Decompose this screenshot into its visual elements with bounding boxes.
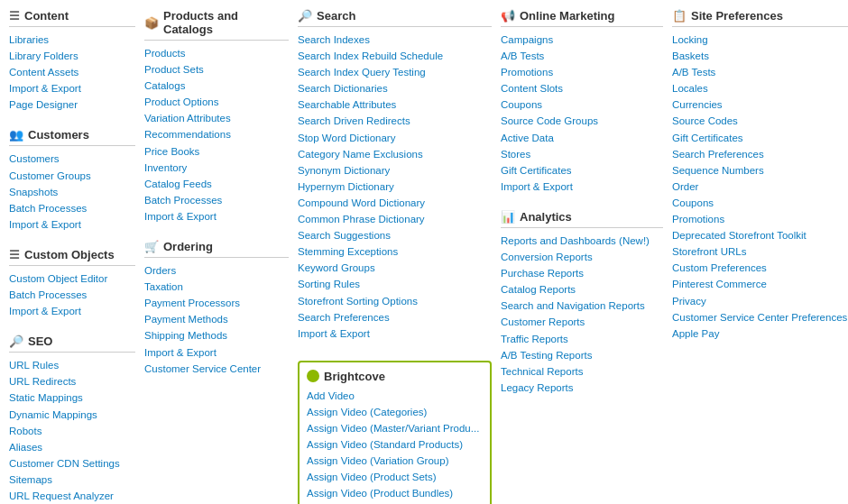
link-payment-processors[interactable]: Payment Processors xyxy=(144,296,289,310)
link-search-dictionaries[interactable]: Search Dictionaries xyxy=(298,81,492,96)
link-import-export[interactable]: Import & Export xyxy=(298,326,492,341)
link-import-export[interactable]: Import & Export xyxy=(9,217,135,232)
link-taxation[interactable]: Taxation xyxy=(144,279,289,294)
link-sequence-numbers[interactable]: Sequence Numbers xyxy=(672,163,848,178)
link-price-books[interactable]: Price Books xyxy=(144,144,289,159)
link-custom-object-editor[interactable]: Custom Object Editor xyxy=(9,271,135,286)
link-custom-preferences[interactable]: Custom Preferences xyxy=(672,261,848,275)
link-product-sets[interactable]: Product Sets xyxy=(144,62,289,77)
link-a-b-tests[interactable]: A/B Tests xyxy=(672,65,848,79)
link-searchable-attributes[interactable]: Searchable Attributes xyxy=(298,97,492,112)
link-search-preferences[interactable]: Search Preferences xyxy=(672,147,848,161)
link-common-phrase-dictionary[interactable]: Common Phrase Dictionary xyxy=(298,212,492,226)
link-shipping-methods[interactable]: Shipping Methods xyxy=(144,328,289,343)
link-coupons[interactable]: Coupons xyxy=(501,97,663,112)
link-gift-certificates[interactable]: Gift Certificates xyxy=(672,131,848,145)
link-inventory[interactable]: Inventory xyxy=(144,160,289,175)
link-storefront-sorting-options[interactable]: Storefront Sorting Options xyxy=(298,294,492,308)
link-variation-attributes[interactable]: Variation Attributes xyxy=(144,111,289,125)
brightcove-link-add-video[interactable]: Add Video xyxy=(307,389,483,403)
link-synonym-dictionary[interactable]: Synonym Dictionary xyxy=(298,163,492,178)
link-search-and-navigation-reports[interactable]: Search and Navigation Reports xyxy=(501,298,663,313)
link-catalog-feeds[interactable]: Catalog Feeds xyxy=(144,177,289,191)
link-content-slots[interactable]: Content Slots xyxy=(501,81,663,96)
link-search-preferences[interactable]: Search Preferences xyxy=(298,310,492,325)
link-conversion-reports[interactable]: Conversion Reports xyxy=(501,250,663,264)
link-customer-service-center[interactable]: Customer Service Center xyxy=(144,362,289,376)
link-customer-cdn-settings[interactable]: Customer CDN Settings xyxy=(9,456,135,471)
link-recommendations[interactable]: Recommendations xyxy=(144,127,289,142)
brightcove-link-assign-video-product-sets-[interactable]: Assign Video (Product Sets) xyxy=(307,470,483,484)
link-import-export[interactable]: Import & Export xyxy=(9,304,135,318)
link-library-folders[interactable]: Library Folders xyxy=(9,49,135,63)
link-reports-and-dashboards-new!-[interactable]: Reports and Dashboards (New!) xyxy=(501,234,663,248)
link-purchase-reports[interactable]: Purchase Reports xyxy=(501,266,663,280)
link-legacy-reports[interactable]: Legacy Reports xyxy=(501,380,663,395)
link-search-index-rebuild-schedule[interactable]: Search Index Rebuild Schedule xyxy=(298,49,492,63)
link-batch-processes[interactable]: Batch Processes xyxy=(9,288,135,302)
link-dynamic-mappings[interactable]: Dynamic Mappings xyxy=(9,408,135,422)
link-traffic-reports[interactable]: Traffic Reports xyxy=(501,332,663,346)
link-catalog-reports[interactable]: Catalog Reports xyxy=(501,282,663,297)
link-gift-certificates[interactable]: Gift Certificates xyxy=(501,163,663,178)
link-source-code-groups[interactable]: Source Code Groups xyxy=(501,114,663,128)
link-import-export[interactable]: Import & Export xyxy=(144,209,289,224)
link-content-assets[interactable]: Content Assets xyxy=(9,65,135,79)
link-import-export[interactable]: Import & Export xyxy=(501,179,663,194)
link-search-suggestions[interactable]: Search Suggestions xyxy=(298,228,492,243)
link-customers[interactable]: Customers xyxy=(9,151,135,166)
link-static-mappings[interactable]: Static Mappings xyxy=(9,390,135,405)
link-url-redirects[interactable]: URL Redirects xyxy=(9,374,135,389)
link-source-codes[interactable]: Source Codes xyxy=(672,114,848,128)
link-campaigns[interactable]: Campaigns xyxy=(501,32,663,47)
link-a-b-testing-reports[interactable]: A/B Testing Reports xyxy=(501,348,663,362)
link-import-export[interactable]: Import & Export xyxy=(9,81,135,96)
link-a-b-tests[interactable]: A/B Tests xyxy=(501,49,663,63)
link-payment-methods[interactable]: Payment Methods xyxy=(144,312,289,326)
link-catalogs[interactable]: Catalogs xyxy=(144,78,289,93)
link-batch-processes[interactable]: Batch Processes xyxy=(144,193,289,207)
link-snapshots[interactable]: Snapshots xyxy=(9,185,135,199)
link-sorting-rules[interactable]: Sorting Rules xyxy=(298,277,492,291)
link-search-index-query-testing[interactable]: Search Index Query Testing xyxy=(298,65,492,79)
link-customer-service-center-preferences[interactable]: Customer Service Center Preferences xyxy=(672,310,848,325)
link-active-data[interactable]: Active Data xyxy=(501,131,663,145)
link-technical-reports[interactable]: Technical Reports xyxy=(501,364,663,379)
brightcove-link-assign-video-categories-[interactable]: Assign Video (Categories) xyxy=(307,405,483,419)
link-url-request-analyzer[interactable]: URL Request Analyzer xyxy=(9,489,135,503)
link-products[interactable]: Products xyxy=(144,46,289,60)
link-product-options[interactable]: Product Options xyxy=(144,95,289,109)
brightcove-link-assign-video-standard-products-[interactable]: Assign Video (Standard Products) xyxy=(307,437,483,452)
link-baskets[interactable]: Baskets xyxy=(672,49,848,63)
link-aliases[interactable]: Aliases xyxy=(9,440,135,454)
link-currencies[interactable]: Currencies xyxy=(672,97,848,112)
link-search-indexes[interactable]: Search Indexes xyxy=(298,32,492,47)
link-libraries[interactable]: Libraries xyxy=(9,32,135,47)
brightcove-link-assign-video-product-bundles-[interactable]: Assign Video (Product Bundles) xyxy=(307,486,483,500)
link-order[interactable]: Order xyxy=(672,179,848,194)
brightcove-link-assign-video-variation-group-[interactable]: Assign Video (Variation Group) xyxy=(307,454,483,468)
link-deprecated-storefront-toolkit[interactable]: Deprecated Storefront Toolkit xyxy=(672,228,848,243)
link-orders[interactable]: Orders xyxy=(144,263,289,278)
link-keyword-groups[interactable]: Keyword Groups xyxy=(298,261,492,275)
link-search-driven-redirects[interactable]: Search Driven Redirects xyxy=(298,114,492,128)
link-batch-processes[interactable]: Batch Processes xyxy=(9,201,135,215)
link-storefront-urls[interactable]: Storefront URLs xyxy=(672,244,848,259)
link-page-designer[interactable]: Page Designer xyxy=(9,97,135,112)
link-url-rules[interactable]: URL Rules xyxy=(9,358,135,372)
link-stores[interactable]: Stores xyxy=(501,147,663,161)
link-promotions[interactable]: Promotions xyxy=(501,65,663,79)
brightcove-link-assign-video-master-variant-produ-[interactable]: Assign Video (Master/Variant Produ... xyxy=(307,421,483,435)
link-apple-pay[interactable]: Apple Pay xyxy=(672,326,848,341)
link-customer-groups[interactable]: Customer Groups xyxy=(9,169,135,183)
link-locales[interactable]: Locales xyxy=(672,81,848,96)
link-promotions[interactable]: Promotions xyxy=(672,212,848,226)
link-category-name-exclusions[interactable]: Category Name Exclusions xyxy=(298,147,492,161)
link-robots[interactable]: Robots xyxy=(9,424,135,438)
link-stemming-exceptions[interactable]: Stemming Exceptions xyxy=(298,244,492,259)
link-stop-word-dictionary[interactable]: Stop Word Dictionary xyxy=(298,131,492,145)
link-locking[interactable]: Locking xyxy=(672,32,848,47)
link-hypernym-dictionary[interactable]: Hypernym Dictionary xyxy=(298,179,492,194)
link-privacy[interactable]: Privacy xyxy=(672,294,848,308)
link-sitemaps[interactable]: Sitemaps xyxy=(9,472,135,487)
